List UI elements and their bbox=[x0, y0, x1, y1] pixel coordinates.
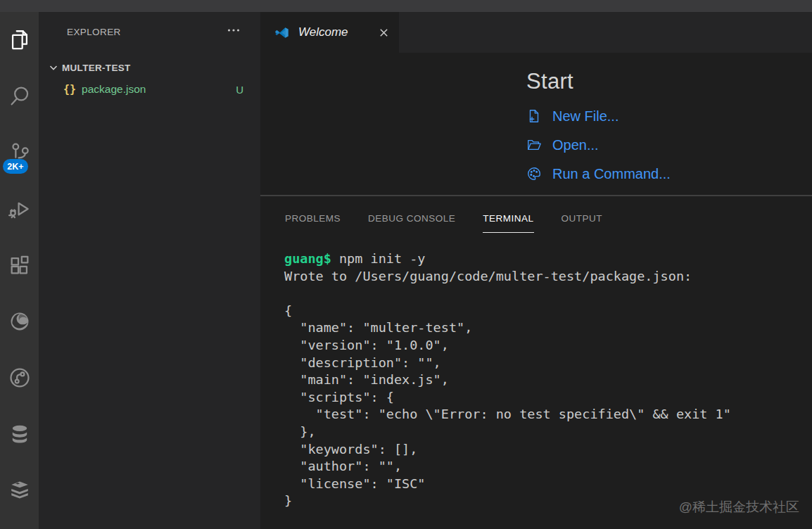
sidebar-title: EXPLORER bbox=[67, 27, 121, 37]
database-icon[interactable] bbox=[0, 406, 39, 462]
source-control-badge: 2K+ bbox=[3, 159, 28, 174]
terminal-line: "license": "ISC" bbox=[284, 476, 812, 493]
extensions-icon[interactable] bbox=[0, 237, 39, 293]
source-control-icon[interactable]: 2K+ bbox=[0, 125, 39, 181]
watermark: @稀土掘金技术社区 bbox=[679, 498, 799, 516]
terminal-command: npm init -y bbox=[331, 251, 426, 266]
more-actions-icon[interactable] bbox=[227, 23, 241, 40]
tab-bar: Welcome bbox=[260, 12, 812, 53]
open-label: Open... bbox=[552, 137, 599, 153]
panel-tab-output[interactable]: OUTPUT bbox=[562, 213, 603, 233]
run-command-label: Run a Command... bbox=[552, 166, 671, 182]
open-link[interactable]: Open... bbox=[526, 136, 812, 153]
palette-icon bbox=[526, 166, 542, 181]
edge-browser-icon[interactable] bbox=[0, 293, 39, 350]
terminal-line: "keywords": [], bbox=[284, 441, 812, 459]
panel-tab-terminal[interactable]: TERMINAL bbox=[483, 213, 533, 233]
tab-title: Welcome bbox=[298, 25, 379, 39]
terminal-line: { bbox=[284, 302, 812, 320]
panel-tab-bar: PROBLEMS DEBUG CONSOLE TERMINAL OUTPUT bbox=[285, 196, 812, 233]
panel-tab-problems[interactable]: PROBLEMS bbox=[285, 213, 341, 233]
terminal-line bbox=[284, 285, 812, 302]
terminal-prompt: guang$ bbox=[284, 251, 331, 266]
terminal-content[interactable]: guang$ npm init -y Wrote to /Users/guang… bbox=[284, 250, 812, 510]
explorer-sidebar: EXPLORER MULTER-TEST {} package.json U bbox=[39, 12, 260, 529]
terminal-line: "version": "1.0.0", bbox=[284, 337, 812, 355]
redis-icon[interactable] bbox=[0, 462, 39, 518]
search-icon[interactable] bbox=[0, 68, 39, 125]
terminal-line: }, bbox=[284, 423, 812, 441]
tab-close-icon[interactable] bbox=[379, 27, 389, 38]
chevron-down-icon bbox=[48, 62, 59, 73]
panel-tab-debug-console[interactable]: DEBUG CONSOLE bbox=[368, 213, 455, 233]
activity-bar: 2K+ bbox=[0, 12, 39, 529]
terminal-line: "scripts": { bbox=[284, 389, 812, 407]
terminal-line: "test": "echo \"Error: no test specified… bbox=[284, 406, 812, 423]
workspace-folder-label: MULTER-TEST bbox=[62, 63, 131, 73]
title-bar bbox=[0, 0, 812, 12]
new-file-link[interactable]: New File... bbox=[526, 108, 812, 125]
editor-group: Welcome Start New File... bbox=[260, 12, 812, 529]
terminal-line: "description": "", bbox=[284, 355, 812, 372]
terminal-line: "author": "", bbox=[284, 458, 812, 476]
terminal-line: Wrote to /Users/guang/code/multer-test/p… bbox=[284, 268, 812, 286]
tab-welcome[interactable]: Welcome bbox=[260, 12, 399, 53]
vscode-logo-icon bbox=[274, 25, 290, 41]
explorer-icon[interactable] bbox=[0, 12, 39, 68]
bottom-panel: PROBLEMS DEBUG CONSOLE TERMINAL OUTPUT g… bbox=[260, 195, 812, 529]
git-graph-icon[interactable] bbox=[0, 350, 39, 406]
workspace-folder-row[interactable]: MULTER-TEST bbox=[39, 58, 260, 77]
terminal-line: "main": "index.js", bbox=[284, 371, 812, 389]
vscode-window: 2K+ bbox=[0, 0, 812, 529]
run-command-link[interactable]: Run a Command... bbox=[526, 165, 812, 182]
open-folder-icon bbox=[526, 137, 542, 153]
file-name: package.json bbox=[82, 83, 236, 96]
json-file-icon: {} bbox=[63, 83, 76, 96]
new-file-icon bbox=[526, 108, 542, 124]
new-file-label: New File... bbox=[552, 108, 618, 125]
run-debug-icon[interactable] bbox=[0, 181, 39, 237]
start-heading: Start bbox=[526, 69, 812, 94]
welcome-page: Start New File... Open... bbox=[260, 53, 812, 195]
file-row-package-json[interactable]: {} package.json U bbox=[39, 79, 260, 99]
terminal-line: "name": "multer-test", bbox=[284, 319, 812, 337]
terminal-command-line: guang$ npm init -y bbox=[284, 250, 812, 268]
git-status-badge: U bbox=[236, 84, 243, 96]
